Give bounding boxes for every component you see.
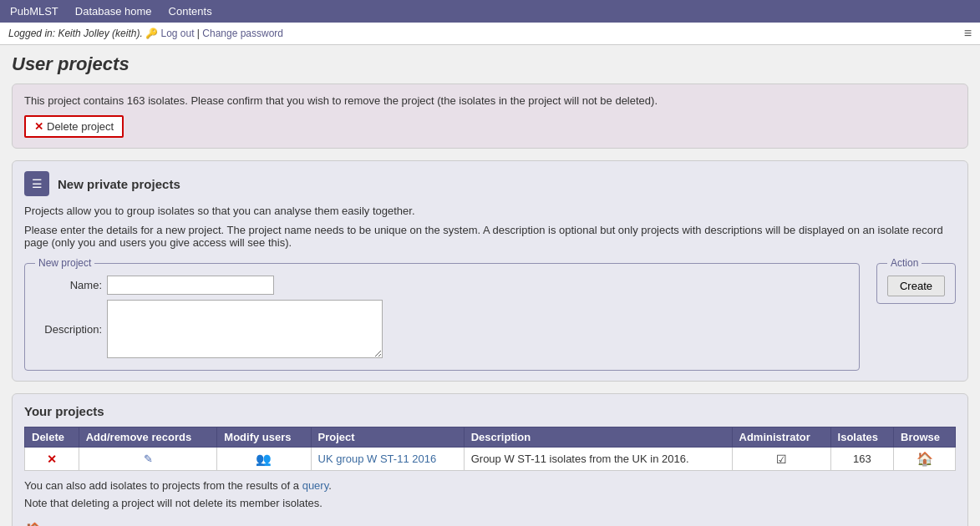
row-description: Group W ST-11 isolates from the UK in 20… xyxy=(464,448,732,471)
section-icon: ☰ xyxy=(24,171,49,196)
new-project-fieldset: New project Name: Description: xyxy=(24,257,860,371)
main-content: User projects This project contains 163 … xyxy=(0,45,980,526)
alert-box: This project contains 163 isolates. Plea… xyxy=(12,83,968,149)
new-project-form: New project Name: Description: Action Cr… xyxy=(24,257,956,371)
menu-icon[interactable]: ≡ xyxy=(964,26,972,41)
x-icon: ✕ xyxy=(34,120,43,133)
home-icon-footer[interactable]: 🏠 xyxy=(24,521,45,526)
delete-project-label: Delete project xyxy=(47,120,114,133)
col-add-remove: Add/remove records xyxy=(79,427,217,448)
col-administrator: Administrator xyxy=(732,427,830,448)
change-password-link[interactable]: Change password xyxy=(202,28,283,39)
new-project-legend: New project xyxy=(35,257,94,269)
description-row: Description: xyxy=(35,300,849,358)
nav-database-home[interactable]: Database home xyxy=(75,5,152,18)
row-project: UK group W ST-11 2016 xyxy=(311,448,464,471)
col-description: Description xyxy=(464,427,732,448)
col-isolates: Isolates xyxy=(830,427,894,448)
login-bar: Logged in: Keith Jolley (keith). 🔑 Log o… xyxy=(0,23,980,45)
row-add-remove[interactable]: ✎ xyxy=(79,448,217,471)
query-link[interactable]: query xyxy=(302,479,329,492)
col-browse: Browse xyxy=(894,427,956,448)
page-title: User projects xyxy=(12,53,968,75)
row-modify-users[interactable]: 👥 xyxy=(217,448,311,471)
col-modify-users: Modify users xyxy=(217,427,311,448)
row-delete[interactable]: ✕ xyxy=(25,448,79,471)
table-row: ✕ ✎ 👥 UK group W ST-11 2016 Group W ST-1… xyxy=(25,448,956,471)
table-header: Delete Add/remove records Modify users P… xyxy=(25,427,956,448)
logged-in-prefix: Logged in: xyxy=(8,28,58,39)
delete-row-icon[interactable]: ✕ xyxy=(47,453,57,466)
people-icon[interactable]: 👥 xyxy=(256,452,272,466)
name-label: Name: xyxy=(35,279,102,291)
action-legend: Action xyxy=(887,257,922,269)
nav-contents[interactable]: Contents xyxy=(169,5,212,18)
note1-suffix: . xyxy=(328,479,332,492)
pencil-icon[interactable]: ✎ xyxy=(144,453,153,465)
delete-project-button[interactable]: ✕ Delete project xyxy=(24,115,124,138)
logged-in-user: Keith Jolley (keith). xyxy=(58,28,142,39)
new-projects-para2: Please enter the details for a new proje… xyxy=(24,224,956,249)
your-projects-section: Your projects Delete Add/remove records … xyxy=(12,393,968,526)
col-project: Project xyxy=(311,427,464,448)
section-header: ☰ New private projects xyxy=(24,171,956,196)
new-projects-title: New private projects xyxy=(58,177,180,191)
top-nav: PubMLST Database home Contents xyxy=(0,0,980,23)
projects-table: Delete Add/remove records Modify users P… xyxy=(24,427,956,471)
note1: You can also add isolates to projects fr… xyxy=(24,479,956,492)
log-out-icon: 🔑 xyxy=(145,28,158,39)
alert-message: This project contains 163 isolates. Plea… xyxy=(24,94,956,107)
new-projects-section: ☰ New private projects Projects allow yo… xyxy=(12,160,968,382)
row-isolates: 163 xyxy=(830,448,894,471)
new-projects-para1: Projects allow you to group isolates so … xyxy=(24,205,956,217)
row-browse[interactable]: 🏠 xyxy=(894,448,956,471)
create-button[interactable]: Create xyxy=(887,276,945,296)
description-textarea[interactable] xyxy=(107,300,383,358)
list-icon: ☰ xyxy=(32,177,43,190)
your-projects-title: Your projects xyxy=(24,404,956,418)
name-input[interactable] xyxy=(107,276,274,295)
note1-prefix: You can also add isolates to projects fr… xyxy=(24,479,302,492)
project-link[interactable]: UK group W ST-11 2016 xyxy=(318,453,437,465)
note2: Note that deleting a project will not de… xyxy=(24,497,956,509)
browse-home-icon[interactable]: 🏠 xyxy=(917,452,933,466)
check-icon: ☑ xyxy=(776,453,787,466)
name-row: Name: xyxy=(35,276,849,295)
action-fieldset: Action Create xyxy=(876,257,956,304)
table-body: ✕ ✎ 👥 UK group W ST-11 2016 Group W ST-1… xyxy=(25,448,956,471)
col-delete: Delete xyxy=(25,427,79,448)
description-label: Description: xyxy=(35,323,102,336)
row-administrator: ☑ xyxy=(732,448,830,471)
brand-label: PubMLST xyxy=(10,5,58,18)
log-out-link[interactable]: Log out xyxy=(160,28,194,39)
